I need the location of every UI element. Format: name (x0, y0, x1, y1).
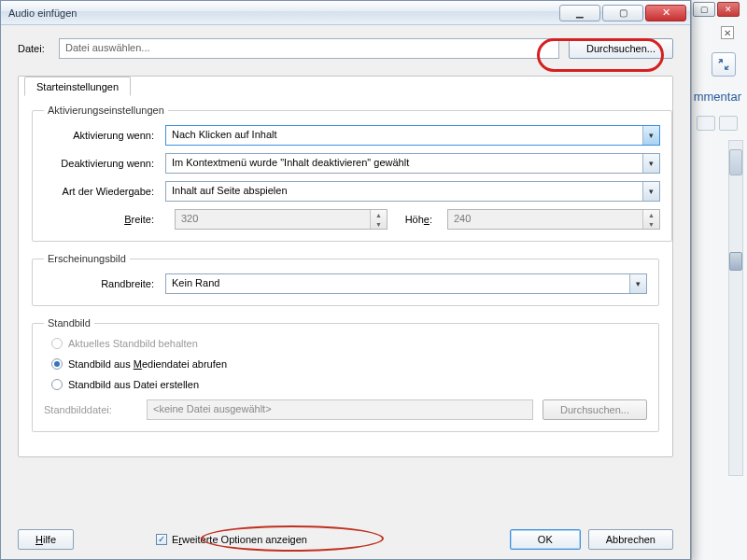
poster-from-media-label: Standbild aus Mediendatei abrufen (68, 358, 227, 370)
spinner-arrows: ▲▼ (642, 210, 659, 229)
bg-tab-label: mmentar (694, 90, 741, 104)
browse-button[interactable]: Durchsuchen... (569, 38, 673, 59)
bg-tool-icon[interactable] (719, 116, 738, 131)
file-label: Datei: (18, 43, 49, 54)
file-path-input[interactable]: Datei auswählen... (59, 38, 559, 59)
deactivate-when-label: Deaktivierung wenn: (44, 158, 165, 169)
border-width-combo[interactable]: Kein Rand (165, 273, 647, 294)
bg-toolbar (697, 116, 738, 131)
chevron-down-icon[interactable] (642, 182, 659, 201)
radio-icon (51, 338, 63, 349)
bg-pane-close-icon[interactable]: ✕ (721, 26, 734, 39)
playback-type-value: Inhalt auf Seite abspielen (166, 182, 642, 201)
bg-scroll-thumb[interactable] (729, 149, 742, 175)
chevron-down-icon[interactable] (642, 126, 659, 145)
poster-from-file-label: Standbild aus Datei erstellen (68, 379, 199, 390)
playback-type-combo[interactable]: Inhalt auf Seite abspielen (165, 181, 660, 202)
bg-tool-icon[interactable] (697, 116, 715, 131)
bg-expand-button[interactable] (712, 52, 736, 77)
deactivate-when-value: Im Kontextmenü wurde "Inhalt deaktiviere… (166, 154, 642, 173)
tab-start-settings[interactable]: Starteinstellungen (24, 77, 131, 96)
poster-from-file-radio[interactable]: Standbild aus Datei erstellen (51, 379, 647, 390)
poster-keep-label: Aktuelles Standbild behalten (68, 338, 198, 349)
dialog-title: Audio einfügen (8, 7, 557, 19)
height-spinner: 240 ▲▼ (447, 209, 660, 230)
border-width-value: Kein Rand (166, 274, 629, 293)
appearance-legend: Erscheinungsbild (44, 253, 130, 264)
border-width-label: Randbreite: (44, 278, 165, 289)
chevron-down-icon[interactable] (642, 154, 659, 173)
activate-when-combo[interactable]: Nach Klicken auf Inhalt (165, 125, 660, 146)
height-label: Höhe: (397, 214, 438, 225)
activation-legend: Aktivierungseinstellungen (44, 105, 168, 116)
poster-file-label: Standbilddatei: (44, 404, 137, 415)
poster-group: Standbild Aktuelles Standbild behalten S… (32, 317, 659, 432)
poster-file-field: <keine Datei ausgewählt> (147, 399, 533, 420)
width-label: Breite: (44, 214, 165, 225)
ok-button[interactable]: OK (510, 529, 581, 550)
advanced-options-checkbox[interactable] (156, 534, 167, 545)
playback-type-label: Art der Wiedergabe: (44, 186, 165, 197)
activate-when-label: Aktivierung wenn: (44, 130, 165, 141)
poster-legend: Standbild (44, 317, 94, 329)
activation-group: Aktivierungseinstellungen Aktivierung we… (32, 105, 672, 242)
insert-audio-dialog: Audio einfügen Datei: Datei auswählen...… (0, 0, 691, 560)
advanced-options-label: Erweiterte Optionen anzeigen (172, 534, 307, 545)
bg-scroll-thumb[interactable] (729, 252, 742, 271)
deactivate-when-combo[interactable]: Im Kontextmenü wurde "Inhalt deaktiviere… (165, 153, 660, 174)
spinner-arrows: ▲▼ (370, 210, 387, 229)
close-button[interactable] (645, 5, 686, 21)
dialog-titlebar: Audio einfügen (1, 1, 690, 25)
maximize-button[interactable] (602, 5, 643, 21)
cancel-button[interactable]: Abbrechen (588, 529, 673, 550)
bg-scrollbar[interactable] (728, 140, 743, 476)
width-spinner: 320 ▲▼ (175, 209, 388, 230)
radio-icon (51, 358, 63, 370)
poster-from-media-radio[interactable]: Standbild aus Mediendatei abrufen (51, 358, 647, 370)
bg-close-button[interactable]: ✕ (717, 2, 740, 17)
height-value: 240 (448, 210, 642, 229)
width-value: 320 (176, 210, 370, 229)
bg-maximize-button[interactable]: ▢ (693, 2, 715, 17)
poster-browse-button: Durchsuchen... (543, 399, 647, 420)
activate-when-value: Nach Klicken auf Inhalt (166, 126, 642, 145)
poster-keep-radio: Aktuelles Standbild behalten (51, 338, 647, 349)
radio-icon (51, 379, 63, 390)
chevron-down-icon[interactable] (629, 274, 646, 293)
appearance-group: Erscheinungsbild Randbreite: Kein Rand (32, 253, 659, 306)
help-button[interactable]: Hilfe (18, 529, 74, 550)
minimize-button[interactable] (559, 5, 600, 21)
